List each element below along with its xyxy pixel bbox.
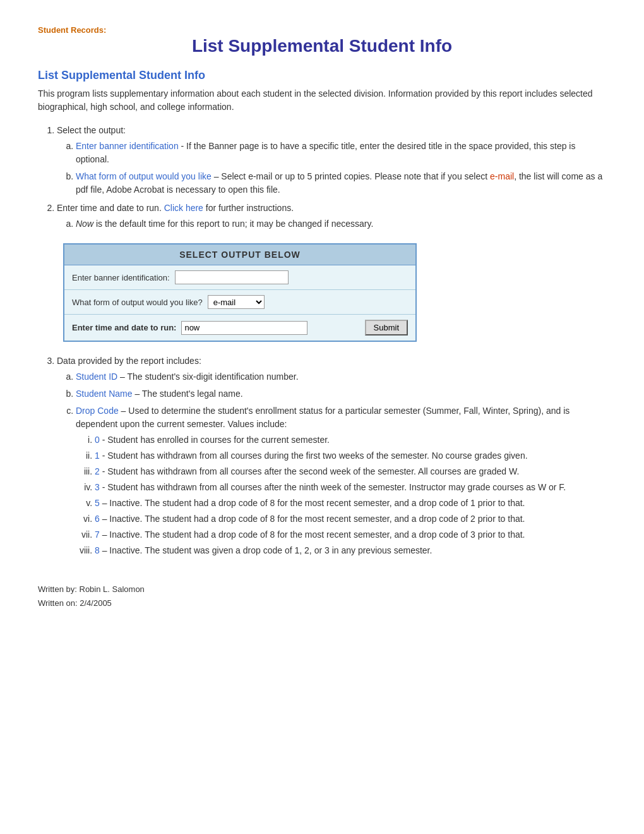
step2-text: for further instructions. bbox=[203, 203, 294, 213]
output-form-row: What form of output would you like? e-ma… bbox=[64, 290, 415, 315]
step2-label: Enter time and date to run. bbox=[57, 203, 164, 213]
step1-label: Select the output: bbox=[57, 125, 126, 135]
drop-code-term: Drop Code bbox=[76, 406, 119, 416]
form-header: SELECT OUTPUT BELOW bbox=[64, 245, 415, 265]
step1-item: Select the output: Enter banner identifi… bbox=[57, 124, 606, 196]
submit-button[interactable]: Submit bbox=[365, 320, 408, 335]
student-name-term: Student Name bbox=[76, 389, 133, 399]
footer: Written by: Robin L. Salomon Written on:… bbox=[38, 583, 606, 610]
banner-id-label: Enter banner identification: bbox=[72, 273, 170, 282]
time-date-label: Enter time and date to run: bbox=[72, 323, 176, 332]
click-here-link[interactable]: Click here bbox=[164, 203, 203, 213]
drop-code-6: 6 – Inactive. The student had a drop cod… bbox=[95, 512, 606, 526]
drop-code-item: Drop Code – Used to determine the studen… bbox=[76, 404, 606, 557]
student-name-item: Student Name – The student's legal name. bbox=[76, 387, 606, 401]
student-id-item: Student ID – The student's six-digit ide… bbox=[76, 370, 606, 384]
written-on: Written on: 2/4/2005 bbox=[38, 596, 606, 610]
drop-code-2: 2 - Student has withdrawn from all cours… bbox=[95, 465, 606, 478]
step2a-text: is the default time for this report to r… bbox=[93, 219, 373, 229]
student-records-label: Student Records: bbox=[38, 25, 606, 35]
drop-code-8: 8 – Inactive. The student was given a dr… bbox=[95, 544, 606, 557]
output-form-select[interactable]: e-mail printed copies bbox=[208, 295, 265, 309]
step1b-text1: – Select e-mail or up to 5 printed copie… bbox=[212, 171, 490, 181]
banner-id-row: Enter banner identification: bbox=[64, 265, 415, 290]
output-form-label: What form of output would you like? bbox=[72, 298, 203, 307]
student-name-text: – The student's legal name. bbox=[133, 389, 243, 399]
page-title: List Supplemental Student Info bbox=[38, 36, 606, 56]
drop-code-1: 1 - Student has withdrawn from all cours… bbox=[95, 449, 606, 462]
step2a-item: Now is the default time for this report … bbox=[76, 217, 606, 231]
drop-code-3: 3 - Student has withdrawn from all cours… bbox=[95, 481, 606, 494]
email-highlight: e-mail bbox=[490, 171, 514, 181]
step1a-item: Enter banner identification - If the Ban… bbox=[76, 140, 606, 166]
banner-id-input[interactable] bbox=[175, 270, 289, 284]
drop-code-7: 7 – Inactive. The student had a drop cod… bbox=[95, 528, 606, 541]
select-output-form: SELECT OUTPUT BELOW Enter banner identif… bbox=[63, 243, 417, 342]
step2a-italic: Now bbox=[76, 219, 93, 229]
written-by: Written by: Robin L. Salomon bbox=[38, 583, 606, 596]
time-date-input[interactable] bbox=[181, 321, 307, 335]
student-id-term: Student ID bbox=[76, 372, 117, 382]
step2-item: Enter time and date to run. Click here f… bbox=[57, 202, 606, 231]
output-form-link[interactable]: What form of output would you like bbox=[76, 171, 212, 181]
step3-item: Data provided by the report includes: St… bbox=[57, 354, 606, 557]
banner-id-link[interactable]: Enter banner identification bbox=[76, 141, 179, 151]
intro-description: This program lists supplementary informa… bbox=[38, 87, 606, 114]
section-title: List Supplemental Student Info bbox=[38, 69, 606, 82]
step3-intro: Data provided by the report includes: bbox=[57, 356, 201, 366]
time-date-row: Enter time and date to run: Submit bbox=[64, 315, 415, 341]
drop-code-0: 0 - Student has enrolled in courses for … bbox=[95, 433, 606, 447]
student-id-text: – The student's six-digit identification… bbox=[117, 372, 298, 382]
drop-code-text: – Used to determine the student's enroll… bbox=[76, 406, 569, 429]
step1b-item: What form of output would you like – Sel… bbox=[76, 170, 606, 196]
drop-code-5: 5 – Inactive. The student had a drop cod… bbox=[95, 497, 606, 510]
